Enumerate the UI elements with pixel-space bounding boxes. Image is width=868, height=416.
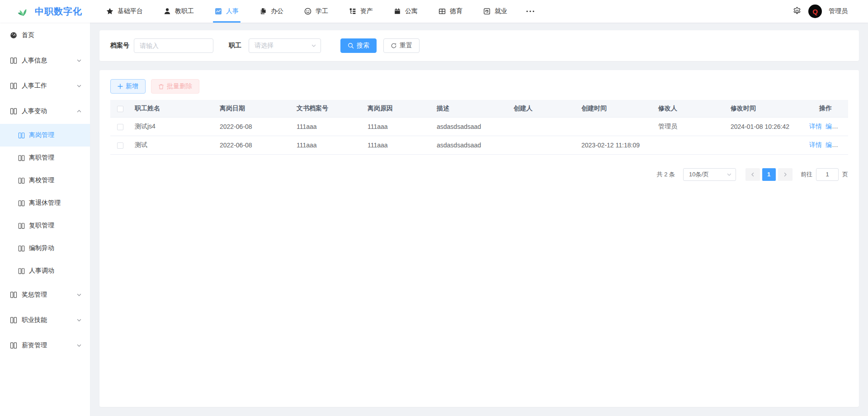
- table-toolbar: 新增 批量删除: [110, 79, 848, 94]
- reset-button[interactable]: 重置: [383, 38, 420, 53]
- delete-link[interactable]: 删除: [842, 141, 848, 148]
- nav-item-label: 学工: [316, 7, 328, 15]
- nav-item-hr[interactable]: 人事: [204, 0, 249, 23]
- book-icon: [10, 291, 17, 298]
- star-icon: [106, 8, 113, 15]
- detail-link[interactable]: 详情: [809, 141, 822, 148]
- sidebar-item-staffing-change[interactable]: 编制异动: [0, 237, 90, 260]
- sidebar-group-hr-info[interactable]: 人事信息: [0, 48, 90, 73]
- sidebar-item-home[interactable]: 首页: [0, 23, 90, 48]
- sidebar-item-label: 离岗管理: [29, 131, 54, 139]
- nav-item-student-affairs[interactable]: 学工: [294, 0, 339, 23]
- avatar-letter: Q: [812, 8, 818, 15]
- nav-item-office[interactable]: 办公: [249, 0, 294, 23]
- header-right: Q 管理员: [793, 5, 868, 18]
- cell-leave-date: 2022-06-08: [215, 117, 292, 136]
- chevron-down-icon: [311, 43, 316, 48]
- edit-link[interactable]: 编辑: [826, 123, 838, 130]
- user-name: 管理员: [829, 7, 848, 15]
- nav-item-apartment[interactable]: 公寓: [383, 0, 428, 23]
- sidebar-item-label: 复职管理: [29, 222, 54, 230]
- book-icon: [18, 155, 25, 161]
- user-icon: [164, 8, 171, 15]
- column-header-name: 职工姓名: [130, 100, 215, 117]
- sidebar-group-hr-change[interactable]: 人事变动: [0, 99, 90, 124]
- column-header-modify-time: 修改时间: [726, 100, 803, 117]
- chevron-down-icon: [76, 292, 82, 298]
- nav-item-label: 资产: [360, 7, 373, 15]
- search-button-label: 搜索: [357, 42, 369, 50]
- nav-item-base-platform[interactable]: 基础平台: [96, 0, 153, 23]
- top-header: 中职数字化 基础平台 教职工 人事 办公: [0, 0, 868, 23]
- sidebar: 首页 人事信息 人事工作 人事变动 离岗管理 离职管理: [0, 23, 90, 416]
- sidebar-item-resignation[interactable]: 离职管理: [0, 147, 90, 169]
- next-page-button[interactable]: [778, 168, 793, 181]
- top-nav: 基础平台 教职工 人事 办公 学工: [96, 0, 543, 23]
- sidebar-item-hr-transfer[interactable]: 人事调动: [0, 260, 90, 282]
- add-button-label: 新增: [126, 82, 138, 90]
- book-icon: [18, 177, 25, 184]
- grid-icon: [439, 8, 446, 15]
- add-button[interactable]: 新增: [110, 79, 146, 94]
- search-button[interactable]: 搜索: [340, 38, 377, 53]
- row-checkbox[interactable]: [117, 142, 123, 149]
- nav-item-label: 基础平台: [118, 7, 143, 15]
- nav-item-moral-education[interactable]: 德育: [428, 0, 473, 23]
- archive-no-input[interactable]: [134, 38, 213, 53]
- sidebar-item-leave-school[interactable]: 离校管理: [0, 169, 90, 192]
- page-unit-label: 页: [842, 170, 848, 179]
- chevron-up-icon: [76, 109, 82, 114]
- brand-title: 中职数字化: [35, 5, 82, 18]
- detail-link[interactable]: 详情: [809, 123, 822, 130]
- sidebar-group-hr-work[interactable]: 人事工作: [0, 73, 90, 99]
- book-icon: [18, 268, 25, 274]
- column-header-create-time: 创建时间: [577, 100, 654, 117]
- page-number-active[interactable]: 1: [762, 168, 776, 181]
- nav-item-employment[interactable]: 就业: [473, 0, 518, 23]
- avatar[interactable]: Q: [808, 5, 822, 18]
- sidebar-item-label: 薪资管理: [22, 341, 47, 350]
- cell-modify-time: 2024-01-08 10:26:42: [726, 117, 803, 136]
- cell-creator: [509, 136, 577, 154]
- refresh-icon: [391, 43, 397, 49]
- logo-icon: [17, 6, 29, 17]
- cell-doc-no: 111aaa: [292, 136, 363, 154]
- table-row: 测试js4 2022-06-08 111aaa 111aaa asdasdsad…: [110, 117, 848, 136]
- sidebar-item-leave-post[interactable]: 离岗管理: [0, 124, 90, 147]
- row-checkbox[interactable]: [117, 124, 123, 130]
- sidebar-group-reward-punishment[interactable]: 奖惩管理: [0, 282, 90, 307]
- select-all-checkbox[interactable]: [117, 106, 123, 112]
- nav-item-assets[interactable]: 资产: [339, 0, 383, 23]
- gear-icon[interactable]: [793, 7, 802, 16]
- cell-create-time: [577, 117, 654, 136]
- delete-link[interactable]: 删除: [842, 123, 848, 130]
- book-icon: [18, 200, 25, 207]
- goto-label: 前往: [801, 170, 812, 179]
- column-header-actions: 操作: [803, 100, 848, 117]
- staff-select[interactable]: 请选择: [249, 38, 321, 53]
- nav-item-staff[interactable]: 教职工: [153, 0, 204, 23]
- hr-chart-icon: [215, 8, 222, 15]
- goto-page-input[interactable]: [816, 168, 839, 181]
- sidebar-group-vocational-skills[interactable]: 职业技能: [0, 307, 90, 333]
- employment-box-icon: [483, 8, 491, 15]
- plus-icon: [118, 84, 123, 89]
- cell-doc-no: 111aaa: [292, 117, 363, 136]
- chevron-left-icon: [750, 172, 755, 177]
- edit-link[interactable]: 编辑: [826, 141, 838, 148]
- sidebar-item-reinstatement[interactable]: 复职管理: [0, 214, 90, 237]
- table-header-row: 职工姓名 离岗日期 文书档案号 离岗原因 描述 创建人 创建时间 修改人 修改时…: [110, 100, 848, 117]
- sidebar-item-label: 首页: [22, 31, 34, 39]
- batch-delete-label: 批量删除: [167, 82, 192, 90]
- student-face-icon: [304, 8, 311, 15]
- table-row: 测试 2022-06-08 111aaa 111aaa asdasdsadsaa…: [110, 136, 848, 154]
- sidebar-group-salary[interactable]: 薪资管理: [0, 333, 90, 358]
- sidebar-item-retirement[interactable]: 离退休管理: [0, 192, 90, 214]
- cell-name: 测试js4: [130, 117, 215, 136]
- prev-page-button[interactable]: [745, 168, 760, 181]
- page-size-select[interactable]: 10条/页: [683, 168, 736, 181]
- book-icon: [18, 132, 25, 139]
- nav-more-button[interactable]: [518, 0, 543, 23]
- batch-delete-button[interactable]: 批量删除: [151, 79, 199, 94]
- sidebar-item-label: 离退休管理: [29, 199, 61, 207]
